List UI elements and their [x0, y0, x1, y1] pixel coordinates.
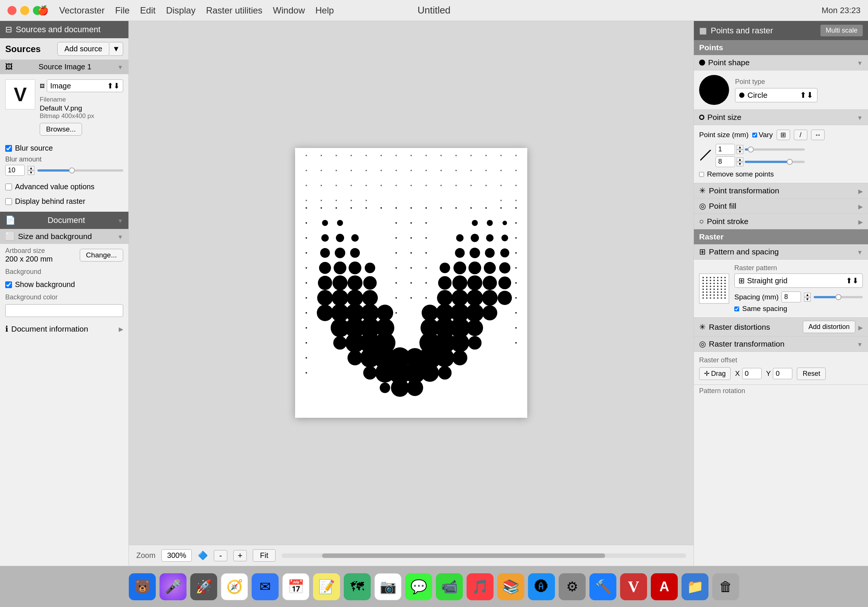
- x-input[interactable]: [742, 368, 762, 379]
- point-size-chevron[interactable]: [857, 113, 863, 122]
- show-background-checkbox[interactable]: [5, 281, 12, 288]
- dock-safari[interactable]: 🧭: [221, 573, 248, 600]
- dock-messages[interactable]: 💬: [405, 573, 432, 600]
- size-min-input[interactable]: [716, 144, 735, 155]
- dock-appstore[interactable]: 🅐: [528, 573, 555, 600]
- reset-button[interactable]: Reset: [797, 368, 826, 380]
- same-spacing-checkbox[interactable]: [734, 306, 739, 311]
- drag-button[interactable]: ✛ Drag: [699, 367, 730, 380]
- menu-window[interactable]: Window: [273, 5, 305, 16]
- document-section-chevron[interactable]: [117, 216, 123, 225]
- size-min-decrement[interactable]: ▼: [736, 149, 743, 154]
- blur-decrement[interactable]: ▼: [28, 171, 34, 175]
- size-min-thumb[interactable]: [748, 146, 754, 152]
- point-transformation-header[interactable]: ✳ Point transformation: [694, 183, 868, 199]
- dock-finder[interactable]: 🐻: [129, 573, 156, 600]
- svg-point-143: [305, 252, 307, 254]
- minimize-button[interactable]: [20, 6, 29, 15]
- y-input[interactable]: [773, 368, 792, 379]
- menu-file[interactable]: File: [115, 5, 130, 16]
- point-shape-header[interactable]: Point shape: [694, 55, 868, 70]
- fit-button[interactable]: Fit: [253, 549, 275, 562]
- dock-photos[interactable]: 📷: [375, 573, 401, 600]
- advanced-options-checkbox[interactable]: [5, 183, 12, 190]
- window-controls[interactable]: [8, 6, 42, 15]
- dock-launchpad[interactable]: 🚀: [190, 573, 217, 600]
- image-type-dropdown[interactable]: Image ⬆⬇: [47, 79, 123, 92]
- size-max-slider[interactable]: [745, 161, 805, 163]
- menu-display[interactable]: Display: [166, 5, 195, 16]
- close-button[interactable]: [8, 6, 17, 15]
- add-source-button[interactable]: Add source: [57, 42, 109, 56]
- pattern-chevron[interactable]: [857, 247, 863, 256]
- change-button[interactable]: Change...: [80, 249, 123, 262]
- document-info-row[interactable]: ℹ Document information: [0, 321, 129, 337]
- pattern-spacing-header[interactable]: ⊞ Pattern and spacing: [694, 244, 868, 260]
- size-min-increment[interactable]: ▲: [736, 145, 743, 149]
- zoom-plus-button[interactable]: +: [233, 550, 247, 561]
- point-stroke-header[interactable]: ○ Point stroke: [694, 214, 868, 229]
- spacing-increment[interactable]: ▲: [804, 293, 811, 297]
- size-max-increment[interactable]: ▲: [736, 157, 743, 162]
- display-behind-checkbox[interactable]: [5, 198, 12, 205]
- dock-facetime[interactable]: 📹: [436, 573, 463, 600]
- blur-slider-track[interactable]: [37, 169, 123, 172]
- background-color-input[interactable]: [5, 304, 123, 317]
- size-icon-btn2[interactable]: /: [794, 130, 808, 140]
- point-shape-chevron[interactable]: [857, 58, 863, 67]
- dock-mail[interactable]: ✉: [252, 573, 279, 600]
- canvas-content[interactable]: [129, 21, 693, 545]
- dock-music[interactable]: 🎵: [467, 573, 493, 600]
- raster-chevron[interactable]: [857, 232, 863, 241]
- spacing-input[interactable]: [781, 292, 801, 303]
- dock-system-settings[interactable]: ⚙: [559, 573, 586, 600]
- add-distortion-button[interactable]: Add distortion: [803, 321, 855, 333]
- size-max-decrement[interactable]: ▼: [736, 162, 743, 166]
- point-type-dropdown[interactable]: Circle ⬆⬇: [735, 88, 817, 102]
- spacing-slider[interactable]: [814, 296, 863, 298]
- size-icon-btn3[interactable]: ↔: [811, 130, 825, 140]
- spacing-thumb[interactable]: [835, 294, 842, 300]
- multi-scale-button[interactable]: Multi scale: [820, 25, 863, 36]
- dock-finder2[interactable]: 📁: [682, 573, 708, 600]
- menu-raster-utilities[interactable]: Raster utilities: [206, 5, 262, 16]
- zoom-value[interactable]: 300%: [161, 549, 192, 562]
- raster-transformation-header[interactable]: ◎ Raster transformation: [694, 337, 868, 352]
- app-name[interactable]: Vectoraster: [59, 5, 104, 16]
- menu-edit[interactable]: Edit: [140, 5, 155, 16]
- dock-siri[interactable]: 🎤: [160, 573, 186, 600]
- blur-value-input[interactable]: [5, 165, 25, 176]
- apple-menu[interactable]: 🍎: [37, 5, 49, 16]
- dock-calendar[interactable]: 📅: [282, 573, 309, 600]
- dock-acrobat[interactable]: A: [651, 573, 678, 600]
- spacing-decrement[interactable]: ▼: [804, 297, 811, 302]
- dock-vectoraster[interactable]: V: [620, 573, 647, 600]
- dock-xcode[interactable]: 🔨: [589, 573, 616, 600]
- size-background-header[interactable]: ⬜ Size and background: [0, 229, 129, 244]
- size-icon-btn1[interactable]: ⊞: [777, 130, 790, 140]
- dock-maps[interactable]: 🗺: [344, 573, 371, 600]
- dock-books[interactable]: 📚: [497, 573, 524, 600]
- zoom-minus-button[interactable]: -: [214, 550, 227, 561]
- size-min-slider[interactable]: [745, 148, 805, 151]
- remove-points-checkbox[interactable]: [699, 172, 704, 177]
- blur-source-checkbox[interactable]: [5, 145, 12, 152]
- add-source-dropdown-button[interactable]: ▼: [109, 42, 123, 56]
- source-collapse-icon[interactable]: [117, 62, 123, 71]
- horizontal-scrollbar[interactable]: [282, 553, 687, 558]
- raster-transform-chevron[interactable]: [857, 340, 863, 348]
- points-chevron[interactable]: [857, 43, 863, 52]
- vary-checkbox[interactable]: [752, 133, 757, 138]
- browse-button[interactable]: Browse...: [40, 123, 82, 136]
- dock-notes[interactable]: 📝: [313, 573, 340, 600]
- point-fill-header[interactable]: ◎ Point fill: [694, 199, 868, 214]
- menu-help[interactable]: Help: [315, 5, 334, 16]
- size-max-input[interactable]: [716, 156, 735, 167]
- size-max-thumb[interactable]: [787, 159, 793, 165]
- blur-slider-thumb[interactable]: [69, 168, 75, 174]
- size-chevron[interactable]: [117, 232, 123, 241]
- raster-pattern-dropdown[interactable]: ⊞ Straight grid ⬆⬇: [734, 273, 863, 288]
- dock-trash[interactable]: 🗑: [712, 573, 739, 600]
- blur-increment[interactable]: ▲: [28, 166, 34, 171]
- point-size-header[interactable]: Point size: [694, 110, 868, 125]
